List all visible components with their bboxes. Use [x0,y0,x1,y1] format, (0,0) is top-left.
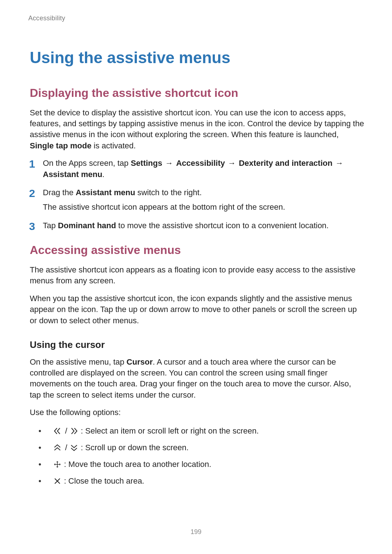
step3-post: to move the assistive shortcut icon to a… [116,221,329,230]
section-heading-display-icon: Displaying the assistive shortcut icon [30,85,364,101]
cursor-p2: Use the following options: [30,407,364,418]
arrow-icon: → [335,158,344,169]
subsection-heading-using-cursor: Using the cursor [30,338,364,352]
intro-bold-single-tap: Single tap mode [30,141,91,150]
double-chevron-down-icon [70,443,78,455]
step2-post: switch to the right. [135,188,201,197]
step-number-1: 1 [29,156,35,171]
step1-accessibility: Accessibility [176,159,225,168]
list-item: / : Select an item or scroll left or rig… [38,425,364,438]
slash-sep: / [64,425,68,437]
li2-text: : Scroll up or down the screen. [81,443,189,452]
step1-pre: On the Apps screen, tap [43,159,131,168]
li4-text: : Close the touch area. [64,476,144,485]
step-number-3: 3 [29,219,35,234]
slash-sep: / [64,442,68,454]
step3-dominant-hand: Dominant hand [58,221,116,230]
move-icon [54,459,61,471]
page-title: Using the assistive menus [30,47,364,69]
sec2-p1: The assistive shortcut icon appears as a… [30,264,364,287]
li1-text: : Select an item or scroll left or right… [81,426,259,435]
cursor-p1-pre: On the assistive menu, tap [30,357,127,366]
cursor-p1-bold: Cursor [127,357,153,366]
step-2: 2 Drag the Assistant menu switch to the … [30,187,364,213]
arrow-icon: → [164,158,174,169]
arrow-icon: → [227,158,237,169]
step1-settings: Settings [131,159,162,168]
step-3: 3 Tap Dominant hand to move the assistiv… [30,220,364,231]
step1-assistant-menu: Assistant menu [43,170,102,179]
section1-intro: Set the device to display the assistive … [30,107,364,151]
cursor-p1: On the assistive menu, tap Cursor. A cur… [30,357,364,401]
list-item: : Close the touch area. [38,475,364,488]
step-1: 1 On the Apps screen, tap Settings → Acc… [30,158,364,180]
intro-text-2: is activated. [91,141,136,150]
step2-assistant-menu: Assistant menu [76,188,135,197]
steps-list: 1 On the Apps screen, tap Settings → Acc… [30,158,364,231]
li3-text: : Move the touch area to another locatio… [64,460,211,469]
double-chevron-up-icon [54,443,61,455]
close-icon [54,476,61,488]
step-number-2: 2 [29,186,35,201]
sec2-p2: When you tap the assistive shortcut icon… [30,293,364,326]
step2-note: The assistive shortcut icon appears at t… [43,202,364,213]
step3-pre: Tap [43,221,58,230]
page-number: 199 [191,528,201,537]
section-heading-accessing-menus: Accessing assistive menus [30,242,364,258]
intro-text-1: Set the device to display the assistive … [30,108,364,139]
step1-dexterity: Dexterity and interaction [239,159,332,168]
step2-pre: Drag the [43,188,76,197]
running-head: Accessibility [28,14,364,23]
double-chevron-left-icon [54,426,61,438]
double-chevron-right-icon [70,426,78,438]
cursor-options-list: / : Select an item or scroll left or rig… [30,425,364,488]
list-item: / : Scroll up or down the screen. [38,442,364,455]
list-item: : Move the touch area to another locatio… [38,458,364,471]
step1-end: . [102,170,105,179]
